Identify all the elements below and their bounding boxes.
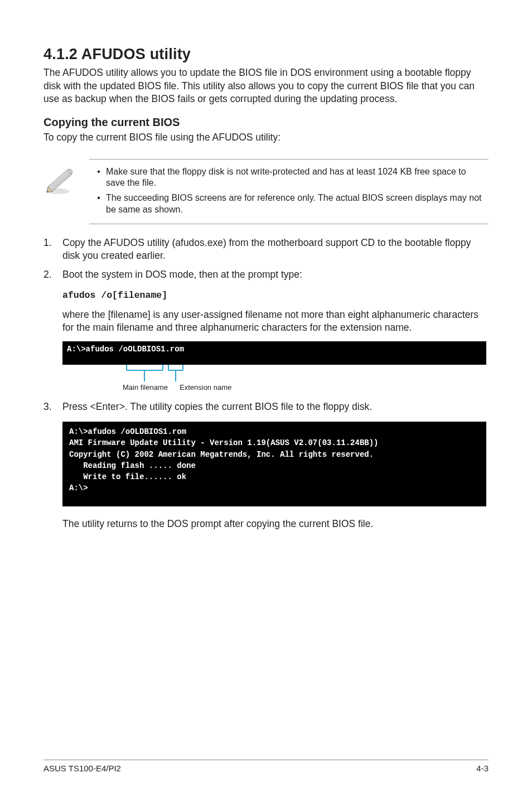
filename-diagram: Main filename Extension name (62, 365, 489, 394)
terminal-line: AMI Firmware Update Utility - Version 1.… (69, 438, 379, 447)
code-command: afudos /o[filename] (62, 290, 167, 301)
step-1: Copy the AFUDOS utility (afudos.exe) fro… (43, 236, 489, 263)
step-2: Boot the system in DOS mode, then at the… (43, 268, 489, 394)
subsection-lead: To copy the current BIOS file using the … (43, 131, 489, 144)
terminal-line: Reading flash ..... done (69, 461, 196, 470)
step-text: Copy the AFUDOS utility (afudos.exe) fro… (62, 237, 471, 262)
closing-text: The utility returns to the DOS prompt af… (43, 518, 489, 531)
terminal-line: Copyright (C) 2002 American Megatrends, … (69, 450, 374, 459)
step-text: Press <Enter>. The utility copies the cu… (62, 401, 372, 412)
step-explain: where the [filename] is any user-assigne… (62, 308, 489, 335)
step-text: Boot the system in DOS mode, then at the… (62, 269, 302, 280)
page-footer: ASUS TS100-E4/PI2 4-3 (43, 760, 489, 773)
pencil-note-icon (45, 167, 76, 198)
terminal-line: Write to file...... ok (69, 472, 186, 481)
terminal-output: A:\>afudos /oOLDBIOS1.rom (62, 341, 486, 365)
note-text: Make sure that the floppy disk is not wr… (106, 166, 486, 190)
subsection-title: Copying the current BIOS (43, 116, 489, 129)
terminal-line: A:\>afudos /oOLDBIOS1.rom (69, 427, 186, 436)
note-block: • Make sure that the floppy disk is not … (43, 159, 489, 224)
section-intro: The AFUDOS utility allows you to update … (43, 66, 489, 106)
step-3: 3. Press <Enter>. The utility copies the… (43, 400, 489, 414)
bullet-icon: • (91, 166, 106, 190)
diagram-label-ext: Extension name (180, 383, 231, 393)
bullet-icon: • (91, 192, 106, 216)
terminal-line: A:\>afudos /oOLDBIOS1.rom (67, 345, 184, 354)
note-text: The succeeding BIOS screens are for refe… (106, 192, 486, 216)
steps-list: Copy the AFUDOS utility (afudos.exe) fro… (43, 236, 489, 394)
note-item: • The succeeding BIOS screens are for re… (91, 192, 486, 216)
footer-left: ASUS TS100-E4/PI2 (43, 764, 121, 773)
step-number: 3. (43, 400, 52, 414)
diagram-label-main: Main filename (123, 383, 168, 393)
section-title: 4.1.2 AFUDOS utility (43, 46, 489, 63)
note-item: • Make sure that the floppy disk is not … (91, 166, 486, 190)
note-content: • Make sure that the floppy disk is not … (89, 159, 489, 224)
footer-right: 4-3 (476, 764, 489, 773)
terminal-output: A:\>afudos /oOLDBIOS1.rom AMI Firmware U… (62, 422, 486, 506)
terminal-line: A:\> (69, 484, 88, 492)
